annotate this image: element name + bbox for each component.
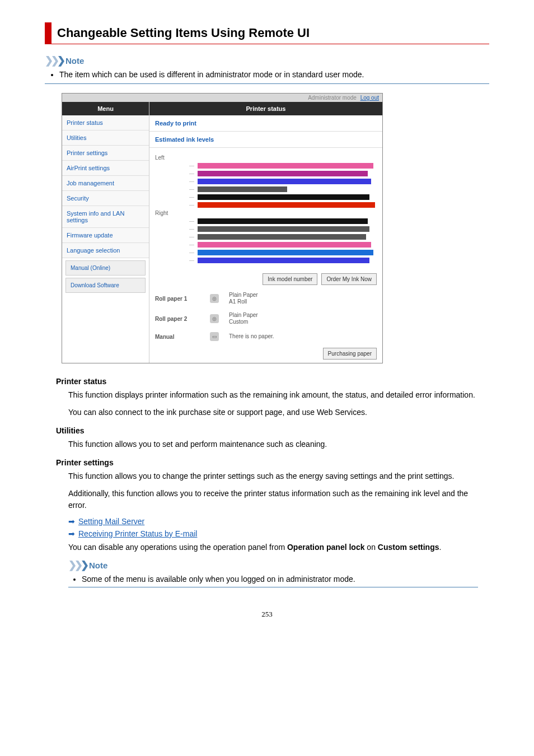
note-block: ❯❯❯ Note The item which can be used is d… — [45, 54, 489, 84]
paper-desc: There is no paper. — [229, 333, 274, 340]
note-label: Note — [89, 561, 107, 570]
menu-item[interactable]: Printer status — [62, 115, 149, 130]
ink-bar: ― — [155, 234, 377, 240]
menu-item[interactable]: Security — [62, 191, 149, 206]
order-ink-button[interactable]: Order My Ink Now — [321, 273, 377, 285]
ink-bar: ― — [155, 194, 377, 200]
ink-bar: ― — [155, 202, 377, 208]
ink-bar: ― — [155, 179, 377, 184]
note-item: The item which can be used is different … — [59, 70, 489, 79]
ink-levels-label: Estimated ink levels — [149, 132, 382, 148]
note-item: Some of the menu is available only when … — [82, 575, 478, 584]
desc-title: Printer settings — [56, 458, 478, 467]
ink-bar: ― — [155, 163, 377, 169]
ink-bar: ― — [155, 242, 377, 248]
ink-bar: ― — [155, 218, 377, 224]
left-label: Left — [155, 155, 377, 161]
arrow-icon: ➡ — [68, 517, 75, 526]
desc-body: This function allows you to change the p… — [68, 470, 478, 482]
arrow-icon: ➡ — [68, 529, 75, 538]
desc-body: This function displays printer informati… — [68, 389, 478, 401]
menu-sub-item[interactable]: Manual (Online) — [65, 260, 146, 276]
desc-utilities: Utilities This function allows you to se… — [56, 426, 478, 450]
page-number: 253 — [45, 610, 489, 619]
desc-body: Additionally, this function allows you t… — [68, 488, 478, 511]
ink-model-button[interactable]: Ink model number — [263, 273, 317, 285]
chevron-icon: ❯❯❯ — [45, 54, 63, 67]
ink-bar: ― — [155, 258, 377, 263]
menu-item[interactable]: AirPrint settings — [62, 161, 149, 176]
sheet-icon: ▭ — [210, 332, 219, 341]
admin-mode-label: Administrator mode — [308, 95, 357, 101]
page-title: Changeable Setting Items Using Remote UI — [57, 26, 489, 40]
desc-title: Printer status — [56, 377, 478, 386]
page-title-bar: Changeable Setting Items Using Remote UI — [45, 22, 489, 44]
paper-name: Roll paper 2 — [155, 316, 200, 322]
menu-item[interactable]: Utilities — [62, 130, 149, 146]
logout-link[interactable]: Log out — [360, 95, 379, 101]
ink-bar: ― — [155, 226, 377, 232]
ink-bar: ― — [155, 250, 377, 255]
link-receive-status[interactable]: Receiving Printer Status by E-mail — [78, 529, 197, 538]
paper-row: Roll paper 2 ◎ Plain PaperCustom — [149, 309, 382, 329]
menu-item[interactable]: Job management — [62, 176, 149, 191]
desc-printer-settings: Printer settings This function allows yo… — [56, 458, 478, 587]
link-row: ➡ Receiving Printer Status by E-mail — [68, 529, 478, 538]
desc-body: You can also connect to the ink purchase… — [68, 407, 478, 418]
ui-sidebar: Menu Printer status Utilities Printer se… — [62, 102, 149, 363]
remote-ui-screenshot: Administrator mode Log out Menu Printer … — [62, 93, 383, 363]
paper-name: Manual — [155, 334, 200, 340]
link-row: ➡ Setting Mail Server — [68, 517, 478, 526]
purchase-paper-button[interactable]: Purchasing paper — [323, 348, 377, 360]
ink-bar: ― — [155, 171, 377, 176]
right-label: Right — [155, 210, 377, 216]
desc-body: You can disable any operations using the… — [68, 542, 478, 553]
note-label: Note — [65, 56, 84, 66]
status-ready: Ready to print — [149, 115, 382, 132]
note-heading: ❯❯❯ Note — [45, 54, 489, 67]
paper-row: Manual ▭ There is no paper. — [149, 329, 382, 344]
paper-desc: Plain PaperCustom — [229, 312, 258, 325]
paper-desc: Plain PaperA1 Roll — [229, 292, 258, 305]
ui-main-panel: Printer status Ready to print Estimated … — [149, 102, 382, 363]
menu-item[interactable]: Language selection — [62, 243, 149, 258]
paper-name: Roll paper 1 — [155, 296, 200, 302]
menu-item[interactable]: Firmware update — [62, 228, 149, 243]
roll-icon: ◎ — [210, 294, 219, 303]
desc-body: This function allows you to set and perf… — [68, 438, 478, 450]
link-mail-server[interactable]: Setting Mail Server — [78, 517, 144, 526]
note-heading: ❯❯❯ Note — [68, 559, 478, 571]
menu-item[interactable]: Printer settings — [62, 146, 149, 161]
roll-icon: ◎ — [210, 314, 219, 323]
menu-item[interactable]: System info and LAN settings — [62, 206, 149, 228]
ui-top-bar: Administrator mode Log out — [62, 94, 382, 102]
chevron-icon: ❯❯❯ — [68, 559, 87, 571]
sub-note-block: ❯❯❯ Note Some of the menu is available o… — [68, 559, 478, 587]
ink-levels: Left ― ― ― ― ― ― Right ― ― ― ― ― ― — [149, 148, 382, 270]
menu-header: Menu — [62, 102, 149, 115]
menu-sub-item[interactable]: Download Software — [65, 278, 146, 293]
paper-row: Roll paper 1 ◎ Plain PaperA1 Roll — [149, 288, 382, 309]
ink-bar: ― — [155, 186, 377, 192]
main-header: Printer status — [149, 102, 382, 115]
desc-printer-status: Printer status This function displays pr… — [56, 377, 478, 418]
desc-title: Utilities — [56, 426, 478, 435]
